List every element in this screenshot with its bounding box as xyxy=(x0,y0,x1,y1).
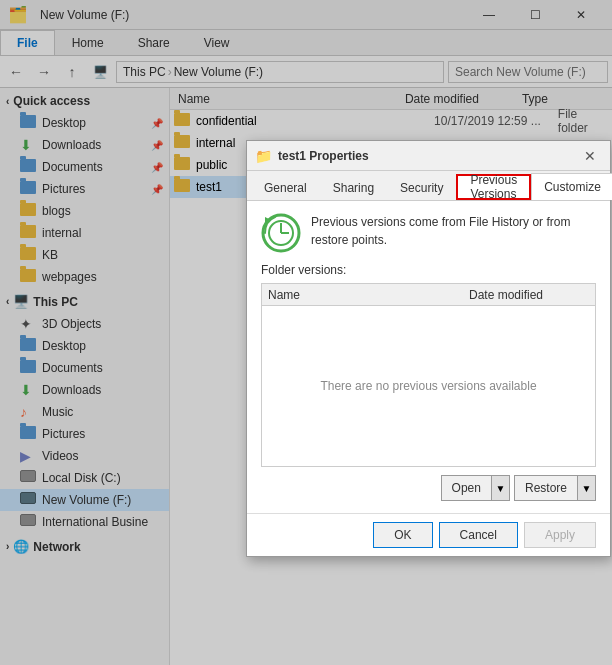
pv-table-header: Name Date modified xyxy=(262,284,595,306)
pv-col-date: Date modified xyxy=(469,288,589,302)
cancel-button[interactable]: Cancel xyxy=(439,522,518,548)
open-button[interactable]: Open xyxy=(442,476,491,500)
history-icon xyxy=(261,213,301,253)
dialog-close-button[interactable]: ✕ xyxy=(578,145,602,167)
pv-header: Previous versions come from File History… xyxy=(261,213,596,253)
pv-action-buttons: Open ▼ Restore ▼ xyxy=(261,475,596,501)
restore-dropdown-button[interactable]: ▼ xyxy=(577,476,595,500)
open-dropdown-button[interactable]: ▼ xyxy=(491,476,509,500)
dialog-overlay: 📁 test1 Properties ✕ General Sharing Sec… xyxy=(0,0,612,665)
restore-button-group[interactable]: Restore ▼ xyxy=(514,475,596,501)
pv-table: Name Date modified There are no previous… xyxy=(261,283,596,467)
dialog-title-bar: 📁 test1 Properties ✕ xyxy=(247,141,610,171)
restore-button[interactable]: Restore xyxy=(515,476,577,500)
tab-sharing[interactable]: Sharing xyxy=(320,174,387,200)
apply-button[interactable]: Apply xyxy=(524,522,596,548)
dialog-title: test1 Properties xyxy=(278,149,578,163)
pv-folder-versions-label: Folder versions: xyxy=(261,263,596,277)
open-button-group[interactable]: Open ▼ xyxy=(441,475,510,501)
dialog-tabs: General Sharing Security Previous Versio… xyxy=(247,171,610,201)
tab-general[interactable]: General xyxy=(251,174,320,200)
ok-button[interactable]: OK xyxy=(373,522,432,548)
tab-customize[interactable]: Customize xyxy=(531,173,612,200)
properties-dialog: 📁 test1 Properties ✕ General Sharing Sec… xyxy=(246,140,611,557)
pv-description: Previous versions come from File History… xyxy=(311,213,596,249)
pv-table-body: There are no previous versions available xyxy=(262,306,595,466)
pv-empty-message: There are no previous versions available xyxy=(320,379,536,393)
tab-previous-versions[interactable]: Previous Versions xyxy=(456,174,531,200)
pv-col-name: Name xyxy=(268,288,469,302)
dialog-title-icon: 📁 xyxy=(255,148,272,164)
dialog-content: Previous versions come from File History… xyxy=(247,201,610,513)
tab-security[interactable]: Security xyxy=(387,174,456,200)
dialog-bottom-buttons: OK Cancel Apply xyxy=(247,513,610,556)
